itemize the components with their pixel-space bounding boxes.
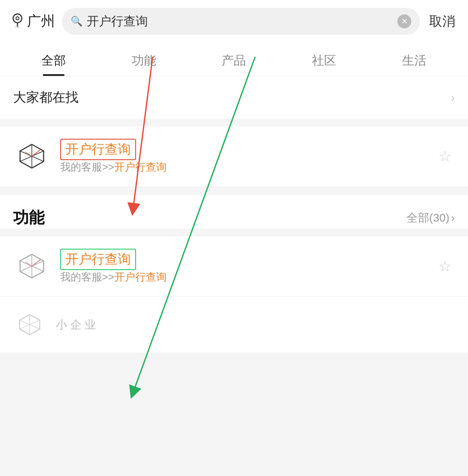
tab-community[interactable]: 社区: [279, 43, 369, 76]
bottom-partial-item[interactable]: 小 企 业: [0, 296, 468, 353]
function-all-arrow: ›: [451, 211, 455, 225]
result-item-1[interactable]: 开户行查询 我的客服>>开户行查询 ☆: [0, 126, 468, 186]
bottom-partial-content: 小 企 业: [56, 317, 456, 332]
popular-section-header[interactable]: 大家都在找 ›: [13, 89, 455, 106]
tab-life[interactable]: 生活: [369, 43, 459, 76]
tab-all[interactable]: 全部: [9, 43, 99, 76]
svg-point-0: [13, 14, 22, 23]
result-item-2-content: 开户行查询 我的客服>>开户行查询: [60, 249, 434, 284]
spacer-1: [0, 186, 468, 195]
result-item-1-subtitle: 我的客服>>开户行查询: [60, 160, 434, 174]
function-section: 功能 全部(30) ›: [0, 195, 468, 229]
header: 广州 🔍 开户行查询 ✕ 取消: [0, 0, 468, 43]
star-button-2[interactable]: ☆: [434, 253, 456, 279]
tabs-bar: 全部 功能 产品 社区 生活: [0, 43, 468, 76]
result-item-1-icon: [12, 137, 51, 176]
search-input-value: 开户行查询: [87, 13, 393, 30]
search-icon: 🔍: [71, 16, 82, 27]
tab-function[interactable]: 功能: [99, 43, 189, 76]
tab-product[interactable]: 产品: [189, 43, 279, 76]
svg-point-2: [15, 26, 20, 27]
result-item-1-content: 开户行查询 我的客服>>开户行查询: [60, 139, 434, 174]
result-item-2-icon: [12, 247, 51, 286]
result-item-2-title: 开户行查询: [60, 249, 434, 270]
function-title: 功能: [13, 207, 44, 229]
location-text: 广州: [27, 12, 55, 31]
popular-arrow: ›: [451, 91, 455, 105]
popular-section: 大家都在找 ›: [0, 76, 468, 119]
result-item-2[interactable]: 开户行查询 我的客服>>开户行查询 ☆: [0, 236, 468, 296]
clear-button[interactable]: ✕: [397, 14, 411, 28]
result-item-1-title: 开户行查询: [60, 139, 434, 160]
star-button-1[interactable]: ☆: [434, 143, 456, 169]
bottom-partial-icon: [12, 307, 47, 342]
popular-title: 大家都在找: [13, 89, 79, 106]
cancel-button[interactable]: 取消: [427, 13, 458, 31]
search-bar[interactable]: 🔍 开户行查询 ✕: [62, 8, 420, 35]
svg-point-1: [16, 17, 19, 20]
result-item-2-subtitle: 我的客服>>开户行查询: [60, 270, 434, 284]
function-all-button[interactable]: 全部(30) ›: [407, 210, 455, 226]
function-section-header: 功能 全部(30) ›: [13, 207, 455, 229]
location-area[interactable]: 广州: [10, 12, 55, 31]
content-area: 大家都在找 › 开户行查询 我的客服>>开户行查询 ☆: [0, 76, 468, 353]
location-icon: [10, 12, 24, 31]
